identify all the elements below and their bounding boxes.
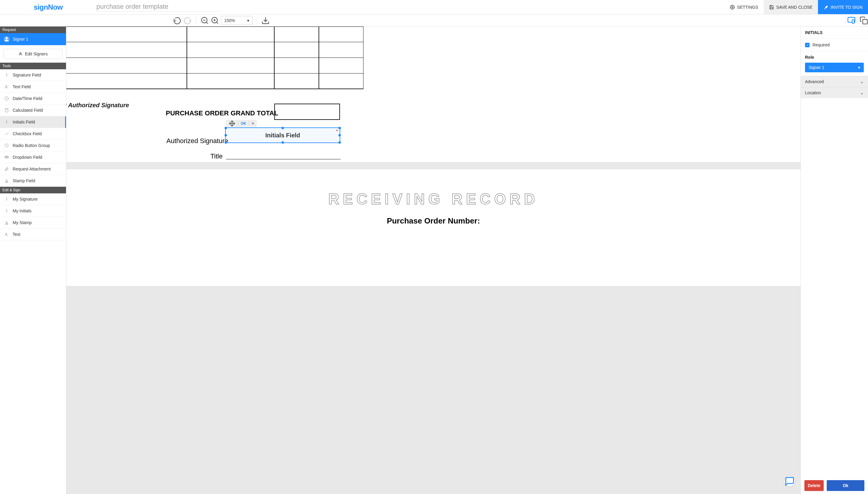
tool-initials-field[interactable]: Initials Field xyxy=(0,116,66,128)
undo-button[interactable] xyxy=(173,16,181,25)
checkbox-icon[interactable]: ✓ xyxy=(805,43,810,47)
grand-total-box xyxy=(274,103,340,120)
svg-point-16 xyxy=(5,144,8,147)
signature-icon xyxy=(4,73,9,77)
tool-stamp-field[interactable]: Stamp Field xyxy=(0,175,66,187)
chevron-down-icon: ▾ xyxy=(247,18,249,23)
svg-rect-17 xyxy=(5,156,8,157)
tool-signature-field[interactable]: Signature Field xyxy=(0,69,66,81)
po-number-label: Purchase Order Number: xyxy=(78,216,789,226)
sidebar-section-editsign: Edit & Sign xyxy=(0,187,66,193)
settings-button[interactable]: SETTINGS xyxy=(724,0,764,14)
resize-handle[interactable] xyxy=(338,127,341,129)
move-handle-icon[interactable] xyxy=(226,120,238,127)
stamp-icon xyxy=(4,178,9,183)
resize-handle[interactable] xyxy=(338,134,341,136)
save-and-close-button[interactable]: SAVE AND CLOSE xyxy=(764,0,818,14)
auth-sig-note: out Authorized Signature xyxy=(66,102,129,109)
resize-handle[interactable] xyxy=(281,127,284,129)
zoom-select[interactable]: 150% ▾ xyxy=(221,16,253,25)
initials-field-overlay[interactable]: Initials Field * xyxy=(225,128,340,143)
responsive-view-button[interactable] xyxy=(847,16,856,25)
properties-title: INITIALS xyxy=(801,26,868,39)
role-label: Role xyxy=(805,55,864,60)
chevron-down-icon: ▾ xyxy=(858,65,860,70)
sidebar-section-request: Request xyxy=(0,26,66,33)
role-select[interactable]: Signer 1 ▾ xyxy=(805,63,864,72)
tool-text[interactable]: Text xyxy=(0,229,66,240)
table xyxy=(66,26,364,89)
redo-button[interactable] xyxy=(183,16,192,25)
clock-icon xyxy=(4,96,9,101)
attachment-icon xyxy=(4,167,9,171)
text-icon xyxy=(4,232,9,237)
person-icon xyxy=(18,52,23,56)
invite-to-sign-button[interactable]: INVITE TO SIGN xyxy=(818,0,868,14)
document-name-input[interactable]: purchase order template xyxy=(96,3,220,12)
svg-rect-9 xyxy=(852,20,854,23)
calculator-icon xyxy=(4,108,9,113)
initials-icon xyxy=(4,208,9,213)
sidebar: Request Signer 1 Edit Signers Tools Sign… xyxy=(0,26,66,494)
text-icon xyxy=(4,84,9,89)
gear-icon xyxy=(730,5,735,10)
field-ok-button[interactable]: OK xyxy=(238,120,248,127)
grand-total-label: PURCHASE ORDER GRAND TOTAL xyxy=(166,109,278,117)
radio-icon xyxy=(4,143,9,148)
download-button[interactable] xyxy=(261,16,270,25)
tool-my-signature[interactable]: My Signature xyxy=(0,193,66,205)
tool-checkbox-field[interactable]: Checkbox Field xyxy=(0,128,66,140)
feather-icon xyxy=(824,5,828,10)
field-toolbar: OK ✕ xyxy=(226,120,257,127)
zoom-out-button[interactable] xyxy=(200,16,209,25)
tool-datetime-field[interactable]: Date/Time Field xyxy=(0,93,66,104)
required-checkbox-row[interactable]: ✓ Required xyxy=(801,39,868,51)
resize-handle[interactable] xyxy=(338,141,341,144)
person-icon xyxy=(4,36,10,42)
chat-button[interactable] xyxy=(784,476,795,487)
signer-row[interactable]: Signer 1 xyxy=(0,33,66,45)
zoom-in-button[interactable] xyxy=(211,16,219,25)
title-label: Title xyxy=(210,152,223,160)
signature-icon xyxy=(4,197,9,202)
location-accordion[interactable]: Location ⌄ xyxy=(801,87,868,98)
tool-my-stamp[interactable]: My Stamp xyxy=(0,217,66,229)
svg-rect-14 xyxy=(5,109,8,112)
svg-rect-18 xyxy=(5,157,8,158)
chevron-down-icon: ⌄ xyxy=(860,79,864,84)
tool-dropdown-field[interactable]: Dropdown Field xyxy=(0,152,66,163)
ok-button[interactable]: Ok xyxy=(827,480,864,491)
logo: signNow xyxy=(0,3,96,12)
resize-handle[interactable] xyxy=(281,141,284,144)
field-close-button[interactable]: ✕ xyxy=(249,120,257,127)
sidebar-section-tools: Tools xyxy=(0,63,66,69)
toolbar: 150% ▾ xyxy=(0,15,868,26)
resize-handle[interactable] xyxy=(224,141,227,144)
tool-radio-button-group[interactable]: Radio Button Group xyxy=(0,140,66,152)
properties-panel: INITIALS ✓ Required Role Signer 1 ▾ Adva… xyxy=(800,26,868,494)
tool-my-initials[interactable]: My Initials xyxy=(0,205,66,217)
save-icon xyxy=(769,5,774,10)
svg-point-11 xyxy=(6,37,8,39)
advanced-accordion[interactable]: Advanced ⌄ xyxy=(801,76,868,87)
canvas[interactable]: out Authorized Signature PURCHASE ORDER … xyxy=(66,26,800,494)
stamp-icon xyxy=(4,220,9,225)
edit-signers-button[interactable]: Edit Signers xyxy=(4,49,62,59)
resize-handle[interactable] xyxy=(224,127,227,129)
required-star-icon: * xyxy=(336,129,338,133)
delete-button[interactable]: Delete xyxy=(805,480,824,491)
copy-icon[interactable] xyxy=(860,16,868,25)
tool-request-attachment[interactable]: Request Attachment xyxy=(0,163,66,175)
svg-point-0 xyxy=(732,7,733,8)
svg-line-5 xyxy=(217,22,218,23)
resize-handle[interactable] xyxy=(224,134,227,136)
svg-rect-10 xyxy=(863,19,867,24)
svg-point-12 xyxy=(20,52,21,54)
title-line xyxy=(226,159,340,159)
tool-text-field[interactable]: Text Field xyxy=(0,81,66,93)
tool-calculated-field[interactable]: Calculated Field xyxy=(0,104,66,116)
check-icon xyxy=(4,131,9,136)
svg-line-2 xyxy=(206,22,208,23)
receiving-record-heading: RECEIVING RECORD xyxy=(78,190,789,208)
authorized-signature-label: Authorized Signature xyxy=(166,137,228,145)
